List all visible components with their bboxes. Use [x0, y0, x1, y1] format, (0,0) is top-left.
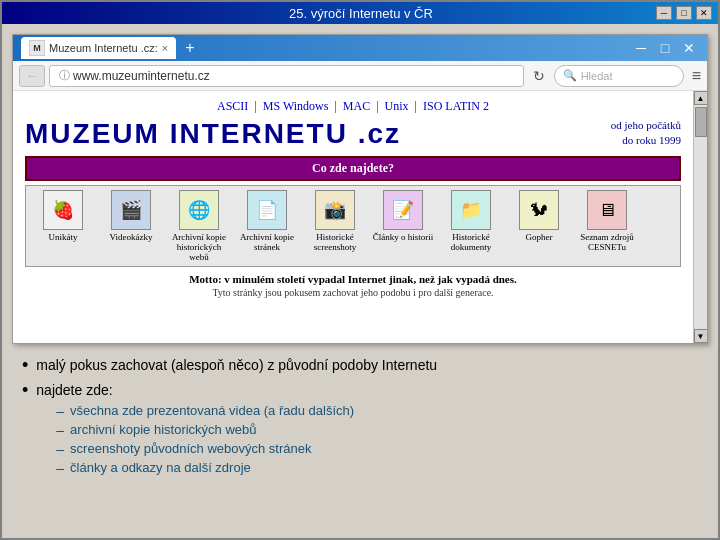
- bullet-text-1: malý pokus zachovat (alespoň něco) z pův…: [36, 356, 437, 376]
- webpage-header: MUZEUM INTERNETU .cz od jeho počátků do …: [25, 118, 681, 150]
- sub-bullets: – všechna zde prezentovaná videa (a řadu…: [56, 403, 354, 476]
- cesnet-label: Seznam zdrojů CESNETu: [574, 232, 640, 252]
- icon-screenshoty[interactable]: 📸 Historické screenshoty: [302, 190, 368, 262]
- scroll-down-btn[interactable]: ▼: [694, 329, 708, 343]
- browser-close-btn[interactable]: ✕: [679, 40, 699, 56]
- subtitle-line2: do roku 1999: [611, 133, 681, 148]
- webpage: ASCII | MS Windows | MAC | Unix | ISO LA…: [13, 91, 693, 343]
- scroll-thumb[interactable]: [695, 107, 707, 137]
- bullet-dot-2: •: [22, 381, 28, 399]
- sub-text-1: všechna zde prezentovaná videa (a řadu d…: [70, 403, 354, 418]
- nav-mswindows[interactable]: MS Windows: [263, 99, 329, 113]
- url-text: www.muzeuminternetu.cz: [73, 69, 210, 83]
- outer-maximize-btn[interactable]: □: [676, 6, 692, 20]
- subtitle-line1: od jeho počátků: [611, 118, 681, 133]
- browser-tab[interactable]: M Muzeum Internetu .cz: ×: [21, 37, 176, 59]
- sub-dash-1: –: [56, 403, 64, 419]
- gopher-icon: 🐿: [519, 190, 559, 230]
- browser-win-buttons: ─ □ ✕: [631, 40, 699, 56]
- archive-web-icon: 🌐: [179, 190, 219, 230]
- reload-btn[interactable]: ↻: [528, 65, 550, 87]
- purple-box: Co zde najdete?: [25, 156, 681, 181]
- icon-archivni-weby[interactable]: 🌐 Archivní kopie historických webů: [166, 190, 232, 262]
- search-bar[interactable]: 🔍 Hledat: [554, 65, 684, 87]
- browser-minimize-btn[interactable]: ─: [631, 40, 651, 56]
- archive-page-icon: 📄: [247, 190, 287, 230]
- new-tab-btn[interactable]: +: [185, 39, 194, 57]
- webpage-motto: Motto: v minulém století vypadal Interne…: [25, 273, 681, 285]
- unikaty-label: Unikáty: [49, 232, 78, 242]
- sub-dash-3: –: [56, 441, 64, 457]
- screenshot-icon: 📸: [315, 190, 355, 230]
- bullets-section: • malý pokus zachovat (alespoň něco) z p…: [12, 352, 708, 488]
- info-icon: ⓘ: [59, 68, 70, 83]
- bullet-dot-1: •: [22, 356, 28, 374]
- outer-title: 25. výročí Internetu v ČR: [68, 6, 654, 21]
- outer-content: M Muzeum Internetu .cz: × + ─ □ ✕ ← ⓘ w: [2, 24, 718, 538]
- article-label: Články o historii: [373, 232, 434, 242]
- icon-clanky[interactable]: 📝 Články o historii: [370, 190, 436, 262]
- icon-archivni-stranky[interactable]: 📄 Archivní kopie stránek: [234, 190, 300, 262]
- sub-dash-2: –: [56, 422, 64, 438]
- sub-bullet-3: – screenshoty původních webových stránek: [56, 441, 354, 457]
- bullet-text-2: najdete zde:: [36, 382, 112, 398]
- bullet-item-1: • malý pokus zachovat (alespoň něco) z p…: [22, 356, 698, 376]
- webpage-logo: MUZEUM INTERNETU .cz: [25, 118, 611, 150]
- browser-tabs: M Muzeum Internetu .cz: × +: [21, 37, 195, 59]
- tab-label: Muzeum Internetu .cz:: [49, 42, 158, 54]
- icon-grid: 🍓 Unikáty 🎬 Videokázky 🌐 Archivní kopie …: [25, 185, 681, 267]
- sub-bullet-2: – archivní kopie historických webů: [56, 422, 354, 438]
- sub-bullet-1: – všechna zde prezentovaná videa (a řadu…: [56, 403, 354, 419]
- nav-unix[interactable]: Unix: [385, 99, 409, 113]
- archive-web-label: Archivní kopie historických webů: [166, 232, 232, 262]
- nav-isolatin[interactable]: ISO LATIN 2: [423, 99, 489, 113]
- browser-window: M Muzeum Internetu .cz: × + ─ □ ✕ ← ⓘ w: [12, 34, 708, 344]
- browser-menu-btn[interactable]: ≡: [692, 67, 701, 85]
- browser-toolbar: ← ⓘ www.muzeuminternetu.cz ↻ 🔍 Hledat ≡: [13, 61, 707, 91]
- browser-maximize-btn[interactable]: □: [655, 40, 675, 56]
- archive-page-label: Archivní kopie stránek: [234, 232, 300, 252]
- icon-cesnet[interactable]: 🖥 Seznam zdrojů CESNETu: [574, 190, 640, 262]
- video-icon: 🎬: [111, 190, 151, 230]
- favicon: M: [29, 40, 45, 56]
- address-bar[interactable]: ⓘ www.muzeuminternetu.cz: [49, 65, 524, 87]
- search-icon: 🔍: [563, 69, 577, 82]
- sub-text-2: archivní kopie historických webů: [70, 422, 256, 437]
- scrollbar[interactable]: ▲ ▼: [693, 91, 707, 343]
- icon-videokazy[interactable]: 🎬 Videokázky: [98, 190, 164, 262]
- histdoc-label: Historické dokumenty: [438, 232, 504, 252]
- screenshot-label: Historické screenshoty: [302, 232, 368, 252]
- browser-content: ASCII | MS Windows | MAC | Unix | ISO LA…: [13, 91, 707, 343]
- nav-mac[interactable]: MAC: [343, 99, 370, 113]
- webpage-nav: ASCII | MS Windows | MAC | Unix | ISO LA…: [25, 99, 681, 114]
- article-icon: 📝: [383, 190, 423, 230]
- sub-text-4: články a odkazy na další zdroje: [70, 460, 251, 475]
- browser-titlebar: M Muzeum Internetu .cz: × + ─ □ ✕: [13, 35, 707, 61]
- sub-text-3: screenshoty původních webových stránek: [70, 441, 311, 456]
- webpage-subtitle: od jeho počátků do roku 1999: [611, 118, 681, 149]
- bullet-item-2: • najdete zde: – všechna zde prezentovan…: [22, 381, 698, 480]
- outer-minimize-btn[interactable]: ─: [656, 6, 672, 20]
- histdoc-icon: 📁: [451, 190, 491, 230]
- sub-bullet-4: – články a odkazy na další zdroje: [56, 460, 354, 476]
- outer-titlebar: 25. výročí Internetu v ČR ─ □ ✕: [2, 2, 718, 24]
- icon-gopher[interactable]: 🐿 Gopher: [506, 190, 572, 262]
- cesnet-icon: 🖥: [587, 190, 627, 230]
- video-label: Videokázky: [110, 232, 153, 242]
- scroll-up-btn[interactable]: ▲: [694, 91, 708, 105]
- search-placeholder: Hledat: [581, 70, 613, 82]
- sub-dash-4: –: [56, 460, 64, 476]
- outer-window: 25. výročí Internetu v ČR ─ □ ✕ M Muzeum…: [0, 0, 720, 540]
- back-btn[interactable]: ←: [19, 65, 45, 87]
- nav-ascii[interactable]: ASCII: [217, 99, 248, 113]
- webpage-sub: Tyto stránky jsou pokusem zachovat jeho …: [25, 287, 681, 298]
- gopher-label: Gopher: [526, 232, 553, 242]
- icon-unikaty[interactable]: 🍓 Unikáty: [30, 190, 96, 262]
- unikaty-icon: 🍓: [43, 190, 83, 230]
- tab-close-btn[interactable]: ×: [162, 42, 168, 54]
- outer-close-btn[interactable]: ✕: [696, 6, 712, 20]
- icon-histdok[interactable]: 📁 Historické dokumenty: [438, 190, 504, 262]
